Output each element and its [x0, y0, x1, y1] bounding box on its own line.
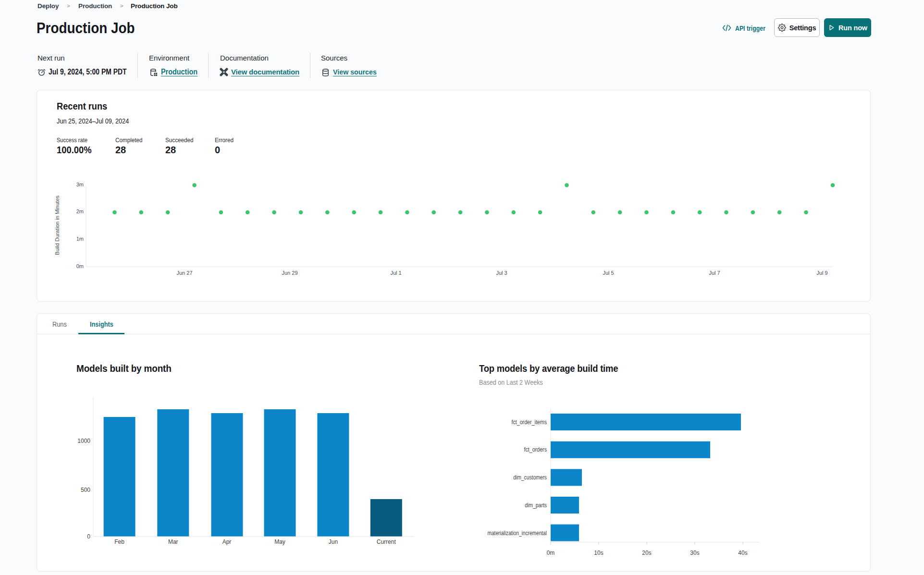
svg-text:1000: 1000	[77, 438, 90, 444]
svg-text:dim_customers: dim_customers	[513, 474, 547, 481]
svg-text:0m: 0m	[76, 263, 84, 269]
svg-text:Build Duration in Minutes: Build Duration in Minutes	[54, 196, 60, 255]
svg-text:30s: 30s	[690, 550, 699, 556]
svg-text:Apr: Apr	[222, 538, 232, 545]
svg-text:Feb: Feb	[114, 538, 124, 545]
svg-text:2m: 2m	[76, 208, 84, 214]
svg-text:500: 500	[81, 487, 90, 493]
svg-text:Mar: Mar	[168, 538, 178, 545]
svg-text:Jul 7: Jul 7	[709, 270, 720, 276]
svg-text:1m: 1m	[76, 236, 84, 242]
svg-text:Jun 27: Jun 27	[176, 270, 192, 276]
svg-text:0m: 0m	[547, 550, 555, 556]
svg-text:Jul 5: Jul 5	[603, 270, 614, 276]
svg-text:0: 0	[87, 533, 90, 540]
svg-text:Jul 3: Jul 3	[496, 270, 507, 276]
svg-text:3m: 3m	[76, 182, 84, 187]
svg-text:Jul 1: Jul 1	[390, 270, 401, 276]
svg-text:Jun 29: Jun 29	[282, 270, 297, 276]
svg-text:20s: 20s	[642, 550, 651, 556]
svg-text:10s: 10s	[594, 550, 603, 556]
svg-text:40s: 40s	[738, 550, 747, 556]
svg-text:Jun: Jun	[329, 538, 338, 545]
svg-text:Jul 9: Jul 9	[816, 270, 827, 276]
svg-text:fct_order_items: fct_order_items	[512, 419, 547, 426]
svg-text:dim_parts: dim_parts	[525, 502, 547, 509]
svg-text:fct_orders: fct_orders	[524, 446, 547, 453]
svg-text:May: May	[274, 538, 285, 545]
svg-text:materialization_incremental: materialization_incremental	[488, 530, 547, 537]
svg-text:Current: Current	[377, 538, 396, 545]
